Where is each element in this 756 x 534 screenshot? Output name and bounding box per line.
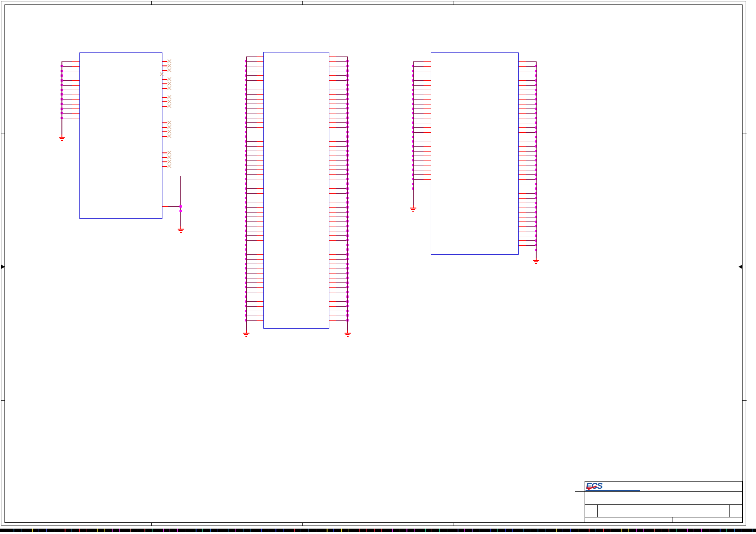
ground-bar bbox=[412, 211, 414, 212]
pin-wire bbox=[336, 85, 347, 85]
pin-wire bbox=[336, 132, 347, 132]
ic-body-U1[interactable] bbox=[79, 52, 162, 219]
pin bbox=[424, 90, 431, 90]
ground-symbol bbox=[533, 258, 540, 264]
pin bbox=[329, 212, 336, 213]
pin-wire bbox=[336, 198, 347, 198]
pin bbox=[257, 132, 263, 132]
pin bbox=[424, 71, 431, 71]
pin-wire bbox=[336, 207, 347, 208]
pin bbox=[519, 184, 526, 184]
pin-wire bbox=[336, 146, 347, 147]
pin-wire bbox=[246, 184, 257, 184]
junction-dot bbox=[179, 210, 182, 212]
ground-bar bbox=[244, 334, 248, 335]
pin-wire bbox=[246, 61, 257, 62]
pin-wire bbox=[413, 90, 424, 90]
pin bbox=[329, 217, 336, 217]
pin bbox=[424, 165, 431, 165]
pin bbox=[424, 104, 431, 104]
pin-wire bbox=[246, 71, 257, 71]
pin-wire bbox=[61, 80, 72, 81]
schematic-sheet: ECS bbox=[0, 0, 756, 534]
pin-wire bbox=[413, 132, 424, 133]
pin-wire bbox=[336, 273, 347, 274]
pin bbox=[519, 142, 526, 142]
pin bbox=[424, 174, 431, 175]
pin bbox=[424, 80, 431, 81]
pin bbox=[257, 282, 263, 283]
pin-wire bbox=[413, 146, 424, 147]
pin bbox=[257, 269, 263, 269]
pin bbox=[257, 235, 263, 236]
pin bbox=[72, 109, 79, 109]
pin-wire bbox=[413, 151, 424, 152]
pin-wire bbox=[61, 90, 72, 90]
pin bbox=[329, 320, 336, 321]
pin bbox=[329, 151, 336, 151]
ground-bar bbox=[535, 263, 537, 264]
pin bbox=[257, 193, 263, 194]
pin-wire bbox=[246, 320, 257, 321]
pin bbox=[329, 193, 336, 194]
pin-wire bbox=[413, 161, 424, 161]
pin bbox=[424, 85, 431, 86]
pin bbox=[257, 179, 263, 179]
pin-wire bbox=[246, 109, 257, 109]
pin bbox=[424, 132, 431, 133]
pin bbox=[424, 142, 431, 142]
company-logo: ECS bbox=[586, 482, 613, 491]
pin-wire bbox=[413, 127, 424, 128]
pin-wire bbox=[246, 80, 257, 81]
pin bbox=[329, 99, 336, 100]
pin-wire bbox=[413, 80, 424, 81]
pin bbox=[329, 259, 336, 260]
title-block-cell-divider bbox=[673, 517, 673, 523]
pin-wire bbox=[336, 188, 347, 189]
pin-wire bbox=[246, 250, 257, 250]
pin bbox=[329, 269, 336, 269]
pin-wire bbox=[413, 66, 424, 67]
pin-wire bbox=[413, 142, 424, 142]
pin-wire bbox=[246, 113, 257, 113]
pin-wire bbox=[246, 264, 257, 264]
pin-wire bbox=[336, 137, 347, 137]
pin bbox=[329, 61, 336, 62]
ground-bar bbox=[178, 229, 184, 230]
ic-body-U2[interactable] bbox=[263, 52, 329, 329]
pin bbox=[329, 137, 336, 137]
pin-wire bbox=[246, 188, 257, 189]
pin bbox=[519, 161, 526, 161]
pin bbox=[519, 217, 526, 217]
pin bbox=[257, 212, 263, 213]
pin bbox=[519, 123, 526, 123]
pin-wire bbox=[336, 320, 347, 321]
zone-tick-top bbox=[605, 1, 605, 5]
zone-tick-top bbox=[302, 1, 303, 5]
pin bbox=[329, 109, 336, 109]
pin bbox=[329, 94, 336, 95]
pin bbox=[257, 316, 263, 316]
no-connect-x-icon bbox=[167, 59, 171, 64]
no-connect-x-icon bbox=[167, 95, 171, 100]
pin-wire bbox=[413, 118, 424, 118]
junction-dot bbox=[179, 205, 182, 208]
pin bbox=[519, 198, 526, 199]
pin bbox=[257, 264, 263, 264]
ic-body-U3[interactable] bbox=[431, 52, 519, 255]
ground-bar bbox=[179, 230, 183, 231]
pin-wire bbox=[246, 104, 257, 104]
ground-bar bbox=[345, 333, 351, 334]
zone-tick-top bbox=[151, 1, 152, 5]
zone-tick-bottom bbox=[302, 523, 303, 526]
pin bbox=[329, 56, 336, 57]
pin bbox=[329, 146, 336, 147]
pin bbox=[257, 146, 263, 147]
pin-wire bbox=[413, 71, 424, 71]
pin bbox=[329, 250, 336, 250]
pin bbox=[72, 76, 79, 76]
pin-wire bbox=[336, 297, 347, 297]
pin bbox=[257, 141, 263, 142]
pin bbox=[329, 118, 336, 118]
pin-wire bbox=[336, 122, 347, 123]
